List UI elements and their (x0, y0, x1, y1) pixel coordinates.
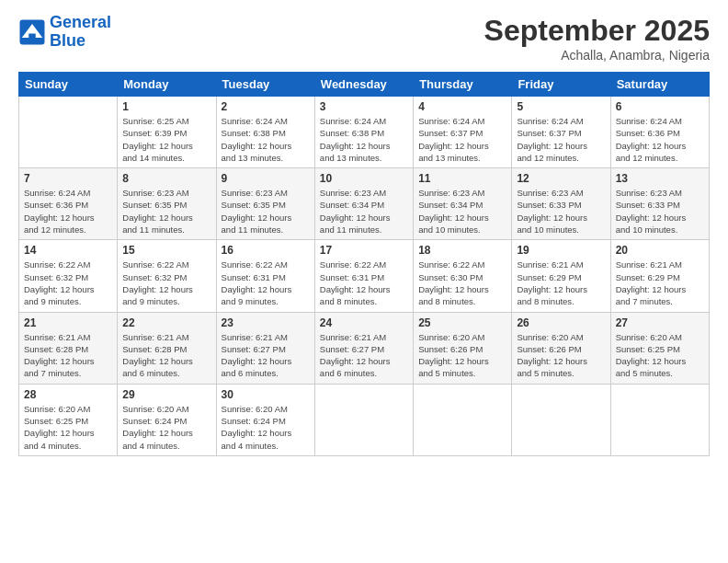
day-cell: 15Sunrise: 6:22 AMSunset: 6:32 PMDayligh… (118, 240, 216, 312)
logo-text: General Blue (50, 14, 111, 51)
day-info: Sunrise: 6:24 AMSunset: 6:36 PMDaylight:… (616, 115, 704, 164)
day-info: Sunrise: 6:22 AMSunset: 6:32 PMDaylight:… (24, 259, 112, 307)
col-header-monday: Monday (118, 73, 216, 97)
day-number: 20 (616, 244, 704, 257)
day-cell (314, 384, 413, 455)
day-cell: 23Sunrise: 6:21 AMSunset: 6:27 PMDayligh… (216, 312, 314, 384)
day-number: 23 (222, 316, 310, 329)
logo-line1: General (50, 13, 111, 31)
logo-icon (18, 18, 46, 46)
day-info: Sunrise: 6:20 AMSunset: 6:25 PMDaylight:… (24, 403, 112, 452)
day-number: 16 (222, 244, 310, 257)
day-cell: 27Sunrise: 6:20 AMSunset: 6:25 PMDayligh… (610, 312, 709, 384)
day-info: Sunrise: 6:22 AMSunset: 6:30 PMDaylight:… (418, 259, 506, 307)
day-number: 22 (122, 316, 210, 329)
day-cell: 1Sunrise: 6:25 AMSunset: 6:39 PMDaylight… (118, 97, 216, 168)
day-cell: 16Sunrise: 6:22 AMSunset: 6:31 PMDayligh… (216, 240, 314, 312)
day-number: 21 (24, 316, 112, 329)
day-cell: 6Sunrise: 6:24 AMSunset: 6:36 PMDaylight… (610, 97, 709, 168)
day-cell: 18Sunrise: 6:22 AMSunset: 6:30 PMDayligh… (414, 240, 512, 312)
day-number: 5 (517, 100, 605, 113)
calendar: SundayMondayTuesdayWednesdayThursdayFrid… (18, 72, 710, 456)
day-cell: 10Sunrise: 6:23 AMSunset: 6:34 PMDayligh… (314, 168, 413, 240)
day-number: 2 (222, 100, 310, 113)
col-header-friday: Friday (512, 73, 610, 97)
month-title: September 2025 (484, 14, 710, 48)
day-number: 24 (320, 316, 408, 329)
day-info: Sunrise: 6:22 AMSunset: 6:31 PMDaylight:… (222, 259, 310, 307)
day-number: 10 (320, 172, 408, 185)
day-cell: 9Sunrise: 6:23 AMSunset: 6:35 PMDaylight… (216, 168, 314, 240)
day-number: 26 (517, 316, 605, 329)
day-cell: 5Sunrise: 6:24 AMSunset: 6:37 PMDaylight… (512, 97, 610, 168)
day-cell: 28Sunrise: 6:20 AMSunset: 6:25 PMDayligh… (19, 384, 118, 455)
day-cell: 8Sunrise: 6:23 AMSunset: 6:35 PMDaylight… (118, 168, 216, 240)
svg-rect-2 (28, 33, 36, 41)
day-cell (19, 97, 118, 168)
day-info: Sunrise: 6:21 AMSunset: 6:27 PMDaylight:… (222, 331, 310, 380)
day-number: 30 (222, 388, 310, 401)
day-number: 27 (616, 316, 704, 329)
day-info: Sunrise: 6:24 AMSunset: 6:36 PMDaylight:… (24, 187, 112, 236)
day-cell (414, 384, 512, 455)
logo-line2: Blue (50, 31, 85, 50)
day-cell: 25Sunrise: 6:20 AMSunset: 6:26 PMDayligh… (414, 312, 512, 384)
day-cell: 24Sunrise: 6:21 AMSunset: 6:27 PMDayligh… (314, 312, 413, 384)
week-row-1: 1Sunrise: 6:25 AMSunset: 6:39 PMDaylight… (19, 97, 710, 168)
day-info: Sunrise: 6:20 AMSunset: 6:24 PMDaylight:… (222, 403, 310, 452)
day-number: 11 (418, 172, 506, 185)
day-info: Sunrise: 6:23 AMSunset: 6:35 PMDaylight:… (122, 187, 210, 236)
day-info: Sunrise: 6:24 AMSunset: 6:37 PMDaylight:… (418, 115, 506, 164)
day-info: Sunrise: 6:21 AMSunset: 6:28 PMDaylight:… (122, 331, 210, 380)
day-info: Sunrise: 6:23 AMSunset: 6:35 PMDaylight:… (222, 187, 310, 236)
day-info: Sunrise: 6:24 AMSunset: 6:37 PMDaylight:… (517, 115, 605, 164)
day-info: Sunrise: 6:21 AMSunset: 6:29 PMDaylight:… (616, 259, 704, 307)
day-number: 17 (320, 244, 408, 257)
day-number: 18 (418, 244, 506, 257)
day-cell: 30Sunrise: 6:20 AMSunset: 6:24 PMDayligh… (216, 384, 314, 455)
day-cell: 4Sunrise: 6:24 AMSunset: 6:37 PMDaylight… (414, 97, 512, 168)
day-info: Sunrise: 6:21 AMSunset: 6:28 PMDaylight:… (24, 331, 112, 380)
day-cell: 22Sunrise: 6:21 AMSunset: 6:28 PMDayligh… (118, 312, 216, 384)
day-info: Sunrise: 6:25 AMSunset: 6:39 PMDaylight:… (122, 115, 210, 164)
day-cell: 19Sunrise: 6:21 AMSunset: 6:29 PMDayligh… (512, 240, 610, 312)
day-info: Sunrise: 6:23 AMSunset: 6:33 PMDaylight:… (517, 187, 605, 236)
day-info: Sunrise: 6:21 AMSunset: 6:29 PMDaylight:… (517, 259, 605, 307)
day-info: Sunrise: 6:20 AMSunset: 6:26 PMDaylight:… (517, 331, 605, 380)
day-cell: 11Sunrise: 6:23 AMSunset: 6:34 PMDayligh… (414, 168, 512, 240)
calendar-header-row: SundayMondayTuesdayWednesdayThursdayFrid… (19, 73, 710, 97)
day-cell: 2Sunrise: 6:24 AMSunset: 6:38 PMDaylight… (216, 97, 314, 168)
day-info: Sunrise: 6:20 AMSunset: 6:25 PMDaylight:… (616, 331, 704, 380)
col-header-tuesday: Tuesday (216, 73, 314, 97)
day-number: 4 (418, 100, 506, 113)
col-header-wednesday: Wednesday (314, 73, 413, 97)
day-info: Sunrise: 6:23 AMSunset: 6:33 PMDaylight:… (616, 187, 704, 236)
day-number: 29 (122, 388, 210, 401)
day-cell: 26Sunrise: 6:20 AMSunset: 6:26 PMDayligh… (512, 312, 610, 384)
day-info: Sunrise: 6:24 AMSunset: 6:38 PMDaylight:… (222, 115, 310, 164)
day-cell: 14Sunrise: 6:22 AMSunset: 6:32 PMDayligh… (19, 240, 118, 312)
day-number: 3 (320, 100, 408, 113)
day-number: 1 (122, 100, 210, 113)
title-block: September 2025 Achalla, Anambra, Nigeria (484, 14, 710, 63)
day-cell: 13Sunrise: 6:23 AMSunset: 6:33 PMDayligh… (610, 168, 709, 240)
day-number: 15 (122, 244, 210, 257)
day-info: Sunrise: 6:21 AMSunset: 6:27 PMDaylight:… (320, 331, 408, 380)
day-info: Sunrise: 6:20 AMSunset: 6:26 PMDaylight:… (418, 331, 506, 380)
day-number: 12 (517, 172, 605, 185)
week-row-2: 7Sunrise: 6:24 AMSunset: 6:36 PMDaylight… (19, 168, 710, 240)
col-header-saturday: Saturday (610, 73, 709, 97)
day-cell: 17Sunrise: 6:22 AMSunset: 6:31 PMDayligh… (314, 240, 413, 312)
day-cell (512, 384, 610, 455)
day-number: 25 (418, 316, 506, 329)
day-info: Sunrise: 6:22 AMSunset: 6:31 PMDaylight:… (320, 259, 408, 307)
day-number: 6 (616, 100, 704, 113)
day-number: 14 (24, 244, 112, 257)
day-number: 28 (24, 388, 112, 401)
page: General Blue September 2025 Achalla, Ana… (0, 0, 728, 563)
day-number: 13 (616, 172, 704, 185)
day-info: Sunrise: 6:23 AMSunset: 6:34 PMDaylight:… (418, 187, 506, 236)
week-row-4: 21Sunrise: 6:21 AMSunset: 6:28 PMDayligh… (19, 312, 710, 384)
header: General Blue September 2025 Achalla, Ana… (18, 14, 710, 63)
day-cell: 21Sunrise: 6:21 AMSunset: 6:28 PMDayligh… (19, 312, 118, 384)
